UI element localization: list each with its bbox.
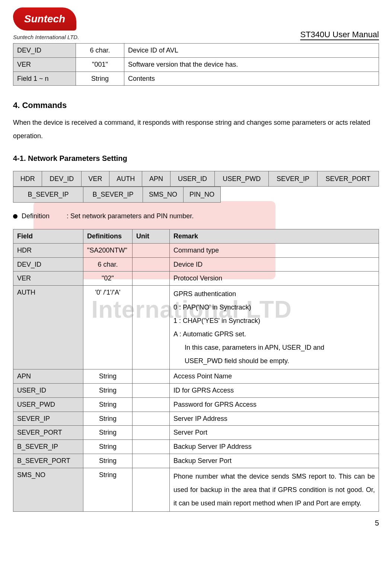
definition-text: : Set network parameters and PIN number.	[67, 212, 194, 220]
cell-def: 6 char.	[83, 257, 133, 272]
cell-unit	[133, 412, 170, 426]
cell-def: String	[83, 440, 133, 454]
remark-line-indent: USER_PWD field should be empty.	[173, 354, 375, 368]
table-row: B_SEVER_IP String Backup Server IP Addre…	[13, 440, 379, 454]
cell-def: 6 char.	[76, 44, 124, 58]
table-row: APN String Access Point Name	[13, 369, 379, 384]
cell-remark: ID for GPRS Access	[170, 383, 379, 397]
hdr-cell: USER_PWD	[215, 171, 269, 187]
table-row: Field 1 ~ n String Contents	[13, 72, 379, 86]
table-row: AUTH '0' /'1'/'A' GPRS authentication 0 …	[13, 286, 379, 369]
cell-remark: Contents	[124, 72, 379, 86]
hdr-cell: SEVER_PORT	[317, 171, 379, 187]
table-row: SMS_NO String Phone number what the devi…	[13, 468, 379, 511]
cell-field: USER_PWD	[13, 397, 83, 412]
cell-def: String	[83, 383, 133, 397]
cell-remark: Server Port	[170, 426, 379, 440]
cell-remark: Phone number what the device sends SMS r…	[170, 468, 379, 511]
cell-remark: Access Point Name	[170, 369, 379, 384]
cell-def: String	[83, 468, 133, 511]
cell-unit	[133, 383, 170, 397]
cell-def: String	[83, 454, 133, 468]
hdr-cell: USER_ID	[170, 171, 214, 187]
cell-def: '0' /'1'/'A'	[83, 286, 133, 369]
cell-remark: Software version that the device has.	[124, 57, 379, 72]
cell-remark: Backup Server IP Address	[170, 440, 379, 454]
parameter-header-table-row2: B_SEVER_IP B_SEVER_IP SMS_NO PIN_NO	[13, 187, 221, 203]
th-field: Field	[13, 229, 83, 243]
cell-def: String	[76, 72, 124, 86]
table-row: VER "02" Protocol Version	[13, 272, 379, 286]
table-row: B_SEVER_IP B_SEVER_IP SMS_NO PIN_NO	[13, 187, 221, 203]
cell-remark: Password for GPRS Access	[170, 397, 379, 412]
section-paragraph: When the device is received a command, i…	[13, 116, 379, 143]
table-row: SEVER_IP String Server IP Address	[13, 412, 379, 426]
table-row: SEVER_PORT String Server Port	[13, 426, 379, 440]
cell-remark: Protocol Version	[170, 272, 379, 286]
cell-def: "001"	[76, 57, 124, 72]
cell-remark: Server IP Address	[170, 412, 379, 426]
table-row: HDR DEV_ID VER AUTH APN USER_ID USER_PWD…	[13, 171, 379, 187]
cell-field: SMS_NO	[13, 468, 83, 511]
cell-field: AUTH	[13, 286, 83, 369]
remark-line: GPRS authentication	[173, 287, 375, 301]
hdr-cell: PIN_NO	[184, 187, 221, 203]
top-fields-table: DEV_ID 6 char. Device ID of AVL VER "001…	[13, 43, 379, 86]
table-row: DEV_ID 6 char. Device ID	[13, 257, 379, 272]
cell-def: String	[83, 426, 133, 440]
remark-line: 0 : PAP('NO' in Synctrack)	[173, 301, 375, 314]
definition-table: Field Definitions Unit Remark HDR "SA200…	[13, 229, 379, 512]
cell-unit	[133, 257, 170, 272]
subsection-heading: 4-1. Network Parameters Setting	[13, 152, 379, 164]
hdr-cell: SMS_NO	[143, 187, 184, 203]
page-header: Suntech Suntech International LTD. ST340…	[13, 7, 379, 42]
cell-remark: Device ID of AVL	[124, 44, 379, 58]
table-header-row: Field Definitions Unit Remark	[13, 229, 379, 243]
cell-def: String	[83, 369, 133, 384]
cell-unit	[133, 454, 170, 468]
remark-line-indent: In this case, parameters in APN, USER_ID…	[173, 341, 375, 354]
cell-remark: GPRS authentication 0 : PAP('NO' in Sync…	[170, 286, 379, 369]
logo-subtext: Suntech International LTD.	[13, 33, 79, 42]
cell-unit	[133, 369, 170, 384]
bullet-icon	[13, 214, 17, 219]
page-number: 5	[13, 517, 379, 529]
cell-def: "02"	[83, 272, 133, 286]
table-row: HDR "SA200NTW" Command type	[13, 243, 379, 257]
logo-mark: Suntech	[13, 7, 76, 31]
cell-field: DEV_ID	[13, 257, 83, 272]
cell-def: "SA200NTW"	[83, 243, 133, 257]
cell-field: Field 1 ~ n	[13, 72, 76, 86]
th-remark: Remark	[170, 229, 379, 243]
table-row: USER_ID String ID for GPRS Access	[13, 383, 379, 397]
logo: Suntech Suntech International LTD.	[13, 7, 79, 42]
cell-def: String	[83, 397, 133, 412]
th-unit: Unit	[133, 229, 170, 243]
th-definitions: Definitions	[83, 229, 133, 243]
table-row: USER_PWD String Password for GPRS Access	[13, 397, 379, 412]
cell-field: B_SEVER_IP	[13, 440, 83, 454]
cell-field: SEVER_IP	[13, 412, 83, 426]
cell-remark: Command type	[170, 243, 379, 257]
parameter-header-table: HDR DEV_ID VER AUTH APN USER_ID USER_PWD…	[13, 171, 379, 187]
cell-unit	[133, 272, 170, 286]
cell-unit	[133, 440, 170, 454]
cell-field: VER	[13, 57, 76, 72]
cell-def: String	[83, 412, 133, 426]
cell-field: VER	[13, 272, 83, 286]
cell-unit	[133, 286, 170, 369]
cell-field: APN	[13, 369, 83, 384]
cell-remark: Device ID	[170, 257, 379, 272]
section-heading: 4. Commands	[13, 99, 379, 112]
remark-line: A : Automatic GPRS set.	[173, 327, 375, 341]
table-row: VER "001" Software version that the devi…	[13, 57, 379, 72]
cell-field: SEVER_PORT	[13, 426, 83, 440]
table-row: DEV_ID 6 char. Device ID of AVL	[13, 44, 379, 58]
cell-field: HDR	[13, 243, 83, 257]
definition-line: Definition : Set network parameters and …	[13, 211, 379, 222]
document-title: ST340U User Manual	[300, 28, 379, 41]
table-row: B_SEVER_PORT String Backup Server Port	[13, 454, 379, 468]
cell-unit	[133, 397, 170, 412]
remark-line: 1 : CHAP('YES' in Synctrack)	[173, 314, 375, 327]
hdr-cell: VER	[81, 171, 109, 187]
